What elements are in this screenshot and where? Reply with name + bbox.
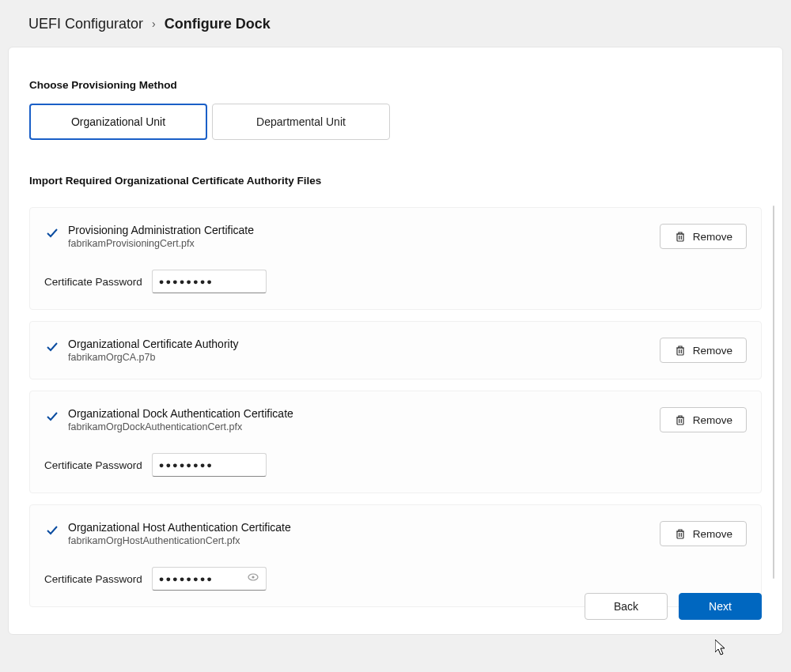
cert-filename: fabrikamOrgHostAuthenticationCert.pfx bbox=[68, 535, 660, 546]
cert-filename: fabrikamOrgDockAuthenticationCert.pfx bbox=[68, 421, 660, 432]
breadcrumb-current: Configure Dock bbox=[165, 16, 271, 32]
cert-card-org-ca: Organizational Certificate Authority fab… bbox=[29, 321, 762, 379]
cert-password-label: Certificate Password bbox=[44, 459, 142, 471]
remove-button[interactable]: Remove bbox=[660, 521, 747, 546]
remove-label: Remove bbox=[693, 345, 732, 357]
password-mask: ●●●●●●●● bbox=[159, 277, 214, 286]
scrollbar[interactable] bbox=[773, 206, 774, 579]
remove-label: Remove bbox=[693, 528, 732, 540]
password-mask: ●●●●●●●● bbox=[159, 460, 214, 470]
cursor-icon bbox=[715, 640, 728, 657]
cert-title: Organizational Certificate Authority bbox=[68, 338, 660, 350]
main-panel: Choose Provisioning Method Organizationa… bbox=[8, 47, 783, 635]
provisioning-toggle-group: Organizational Unit Departmental Unit bbox=[29, 104, 762, 140]
back-button[interactable]: Back bbox=[585, 593, 668, 620]
cert-title: Organizational Dock Authentication Certi… bbox=[68, 407, 660, 420]
cert-password-row: Certificate Password ●●●●●●●● bbox=[44, 453, 747, 477]
cert-card-dock-auth: Organizational Dock Authentication Certi… bbox=[29, 391, 762, 493]
remove-label: Remove bbox=[693, 414, 732, 426]
cert-password-label: Certificate Password bbox=[44, 573, 142, 585]
next-button[interactable]: Next bbox=[679, 593, 762, 620]
remove-label: Remove bbox=[693, 231, 732, 243]
check-icon bbox=[44, 339, 60, 355]
trash-icon bbox=[674, 527, 687, 540]
cert-filename: fabrikamOrgCA.p7b bbox=[68, 352, 660, 363]
cert-card-host-auth: Organizational Host Authentication Certi… bbox=[29, 504, 762, 607]
cert-password-input[interactable]: ●●●●●●●● bbox=[152, 567, 267, 591]
cert-filename: fabrikamProvisioningCert.pfx bbox=[68, 238, 660, 249]
trash-icon bbox=[674, 413, 687, 426]
cert-title: Organizational Host Authentication Certi… bbox=[68, 521, 660, 534]
cert-title: Provisioning Administration Certificate bbox=[68, 224, 660, 236]
cert-password-label: Certificate Password bbox=[44, 276, 142, 288]
cert-password-row: Certificate Password ●●●●●●●● bbox=[44, 567, 747, 591]
remove-button[interactable]: Remove bbox=[660, 407, 747, 432]
import-section-label: Import Required Organizational Certifica… bbox=[29, 175, 762, 187]
cert-password-input[interactable]: ●●●●●●●● bbox=[152, 453, 267, 477]
tab-departmental-unit[interactable]: Departmental Unit bbox=[212, 104, 390, 140]
cert-card-provisioning: Provisioning Administration Certificate … bbox=[29, 207, 762, 310]
breadcrumb-parent[interactable]: UEFI Configurator bbox=[28, 16, 143, 32]
tab-organizational-unit[interactable]: Organizational Unit bbox=[29, 104, 207, 140]
chevron-right-icon: › bbox=[152, 17, 156, 30]
cert-password-row: Certificate Password ●●●●●●●● bbox=[44, 270, 747, 293]
trash-icon bbox=[674, 230, 687, 243]
password-mask: ●●●●●●●● bbox=[159, 574, 214, 583]
cert-password-input[interactable]: ●●●●●●●● bbox=[152, 270, 267, 293]
remove-button[interactable]: Remove bbox=[660, 338, 747, 363]
check-icon bbox=[44, 225, 60, 241]
provisioning-method-label: Choose Provisioning Method bbox=[29, 79, 762, 91]
breadcrumb: UEFI Configurator › Configure Dock bbox=[0, 0, 791, 47]
eye-icon[interactable] bbox=[247, 571, 259, 587]
trash-icon bbox=[674, 344, 687, 357]
footer-buttons: Back Next bbox=[585, 593, 762, 620]
check-icon bbox=[44, 409, 60, 425]
check-icon bbox=[44, 523, 60, 538]
remove-button[interactable]: Remove bbox=[660, 224, 747, 249]
